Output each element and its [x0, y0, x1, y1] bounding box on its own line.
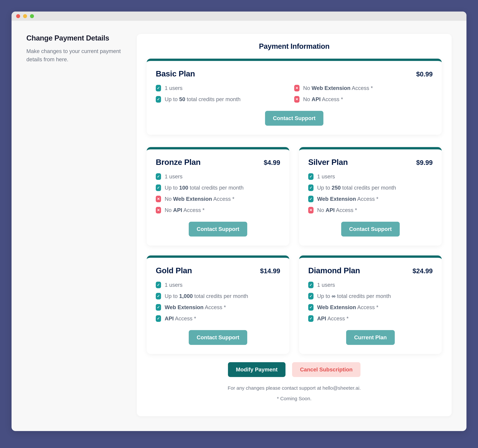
app-window: Change Payment Details Make changes to y… — [12, 12, 466, 431]
plan-feature: ✓ Up to 100 total credits per month — [156, 184, 280, 191]
plan-card-bronze: Bronze Plan $4.99 ✓ 1 users ✓ Up to 100 … — [147, 147, 289, 245]
cross-icon: ✕ — [294, 85, 300, 92]
plan-feature: ✓ 1 users — [156, 85, 294, 92]
cross-icon: ✕ — [294, 96, 300, 103]
check-icon: ✓ — [156, 173, 161, 180]
plan-feature: ✓ Up to 250 total credits per month — [308, 184, 433, 191]
plan-feature: ✕ No Web Extension Access * — [294, 85, 433, 92]
contact-support-button[interactable]: Contact Support — [189, 222, 247, 237]
plan-card-silver: Silver Plan $9.99 ✓ 1 users ✓ Up to 250 … — [299, 147, 442, 245]
plan-name: Bronze Plan — [156, 158, 201, 167]
footer-actions: Modify Payment Cancel Subscription — [147, 362, 442, 377]
current-plan-button[interactable]: Current Plan — [346, 330, 395, 345]
plan-feature: ✓ Up to 1,000 total credits per month — [156, 293, 280, 300]
plan-feature: ✓ API Access * — [308, 315, 433, 322]
plan-feature: ✓ 1 users — [156, 282, 280, 288]
plan-feature: ✓ Web Extension Access * — [308, 304, 433, 311]
plan-feature: ✕ No Web Extension Access * — [156, 196, 280, 202]
check-icon: ✓ — [308, 196, 314, 202]
check-icon: ✓ — [308, 282, 314, 288]
plan-price: $4.99 — [264, 159, 280, 166]
coming-soon-footnote: * Coming Soon. — [147, 396, 442, 401]
check-icon: ✓ — [156, 184, 161, 191]
plan-name: Silver Plan — [308, 158, 348, 167]
plan-card-gold: Gold Plan $14.99 ✓ 1 users ✓ Up to 1,000… — [147, 255, 289, 354]
check-icon: ✓ — [308, 304, 314, 311]
plan-feature: ✓ 1 users — [308, 173, 433, 180]
check-icon: ✓ — [308, 184, 314, 191]
plan-feature: ✓ 1 users — [308, 282, 433, 288]
check-icon: ✓ — [156, 293, 161, 300]
contact-support-button[interactable]: Contact Support — [341, 222, 400, 237]
plan-card-diamond: Diamond Plan $24.99 ✓ 1 users ✓ Up to ∞ … — [299, 255, 442, 354]
sidebar-description: Make changes to your current payment det… — [26, 47, 127, 63]
cross-icon: ✕ — [156, 207, 161, 214]
plan-name: Basic Plan — [156, 69, 195, 78]
plan-price: $24.99 — [413, 267, 433, 275]
plan-feature: ✕ No API Access * — [294, 96, 433, 103]
plan-price: $9.99 — [416, 159, 433, 166]
plan-price: $0.99 — [416, 70, 433, 78]
main-card: Payment Information Basic Plan $0.99 ✓ 1… — [137, 34, 452, 416]
sidebar-title: Change Payment Details — [26, 34, 127, 42]
plan-name: Diamond Plan — [308, 266, 360, 275]
window-maximize-icon[interactable] — [30, 14, 34, 18]
window-close-icon[interactable] — [16, 14, 20, 18]
page-title: Payment Information — [147, 42, 442, 50]
plan-feature: ✓ Up to 50 total credits per month — [156, 96, 294, 103]
plan-feature: ✓ 1 users — [156, 173, 280, 180]
check-icon: ✓ — [156, 282, 161, 288]
check-icon: ✓ — [156, 85, 161, 92]
contact-support-button[interactable]: Contact Support — [189, 330, 247, 345]
plan-feature: ✓ API Access * — [156, 315, 280, 322]
sidebar: Change Payment Details Make changes to y… — [26, 34, 127, 63]
window-titlebar — [12, 12, 466, 21]
plan-feature: ✓ Web Extension Access * — [308, 196, 433, 202]
check-icon: ✓ — [156, 304, 161, 311]
contact-support-button[interactable]: Contact Support — [265, 111, 323, 126]
check-icon: ✓ — [308, 315, 314, 322]
check-icon: ✓ — [308, 173, 314, 180]
content: Change Payment Details Make changes to y… — [12, 21, 466, 431]
modify-payment-button[interactable]: Modify Payment — [228, 362, 285, 377]
plan-feature: ✕ No API Access * — [308, 207, 433, 214]
plan-card-basic: Basic Plan $0.99 ✓ 1 users ✓ Up to 50 to… — [147, 59, 442, 135]
check-icon: ✓ — [156, 96, 161, 103]
plan-feature: ✓ Up to ∞ total credits per month — [308, 293, 433, 300]
plan-price: $14.99 — [260, 267, 280, 275]
window-minimize-icon[interactable] — [23, 14, 27, 18]
cancel-subscription-button[interactable]: Cancel Subscription — [292, 362, 360, 377]
check-icon: ✓ — [308, 293, 314, 300]
support-footnote: For any changes please contact support a… — [147, 385, 442, 391]
cross-icon: ✕ — [308, 207, 314, 214]
plan-name: Gold Plan — [156, 266, 192, 275]
cross-icon: ✕ — [156, 196, 161, 202]
plan-feature: ✕ No API Access * — [156, 207, 280, 214]
plan-feature: ✓ Web Extension Access * — [156, 304, 280, 311]
check-icon: ✓ — [156, 315, 161, 322]
